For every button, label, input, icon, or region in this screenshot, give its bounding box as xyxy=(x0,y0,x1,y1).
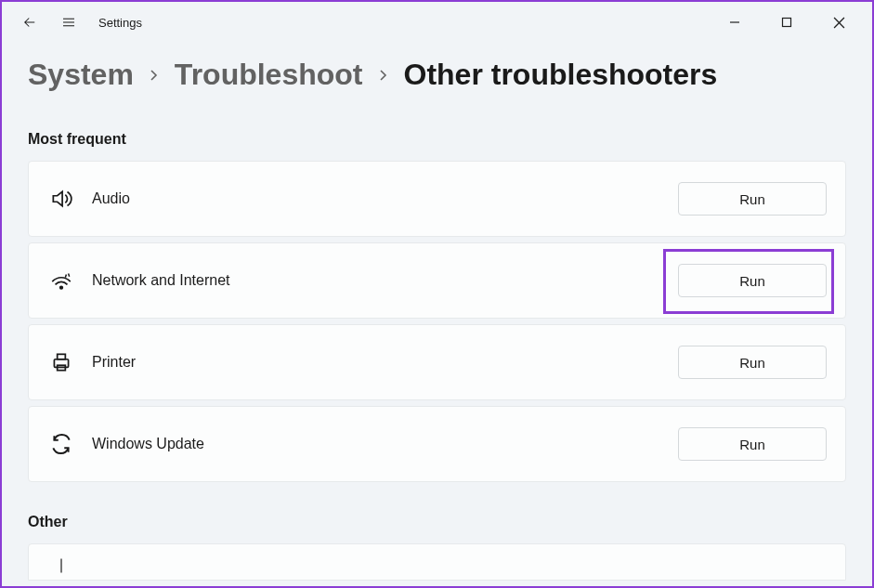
chevron-right-icon xyxy=(378,64,389,85)
breadcrumb: System Troubleshoot Other troubleshooter… xyxy=(2,43,872,99)
troubleshooter-row-audio: Audio Run xyxy=(28,161,846,237)
troubleshooter-row-network: Network and Internet Run xyxy=(28,242,846,319)
troubleshooter-row-printer: Printer Run xyxy=(28,324,846,400)
run-button-network[interactable]: Run xyxy=(678,264,827,297)
breadcrumb-current: Other troubleshooters xyxy=(404,58,718,92)
svg-rect-4 xyxy=(783,19,791,27)
section-most-frequent: Most frequent xyxy=(28,131,846,148)
section-other: Other xyxy=(28,514,846,530)
svg-rect-8 xyxy=(54,359,68,368)
troubleshooter-row-update: Windows Update Run xyxy=(28,406,846,482)
network-icon xyxy=(47,267,75,294)
chevron-right-icon xyxy=(149,64,160,85)
svg-rect-9 xyxy=(58,354,66,359)
run-button-printer[interactable]: Run xyxy=(678,346,827,379)
row-label: Network and Internet xyxy=(92,272,678,289)
row-label: Windows Update xyxy=(92,436,678,452)
audio-icon xyxy=(47,185,75,213)
row-label: Audio xyxy=(92,190,678,207)
minimize-button[interactable] xyxy=(718,8,751,36)
back-button[interactable] xyxy=(20,13,39,32)
titlebar: Settings xyxy=(2,2,872,43)
app-title: Settings xyxy=(98,16,142,30)
menu-button[interactable] xyxy=(59,13,78,32)
row-label: Printer xyxy=(92,354,678,371)
svg-point-7 xyxy=(60,286,63,289)
breadcrumb-troubleshoot[interactable]: Troubleshoot xyxy=(175,58,363,92)
update-icon xyxy=(47,430,75,458)
run-button-audio[interactable]: Run xyxy=(678,182,827,216)
maximize-button[interactable] xyxy=(770,8,803,36)
troubleshooter-row-partial xyxy=(28,543,846,581)
partial-icon xyxy=(47,557,75,574)
run-button-update[interactable]: Run xyxy=(678,427,827,461)
printer-icon xyxy=(47,348,75,376)
close-button[interactable] xyxy=(822,8,855,36)
breadcrumb-system[interactable]: System xyxy=(28,58,134,92)
